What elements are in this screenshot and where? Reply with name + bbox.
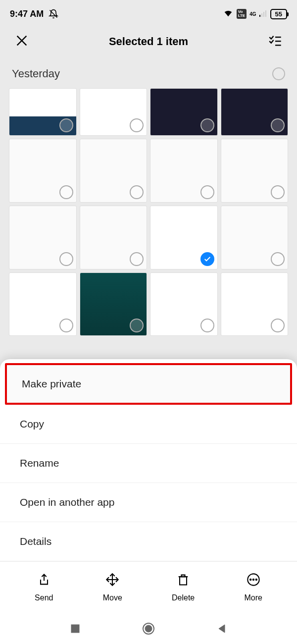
action-send[interactable]: Send [35,573,53,602]
selection-circle[interactable] [130,118,144,132]
select-all-icon[interactable] [268,34,282,50]
action-label: Move [103,593,122,602]
section-title: Yesterday [12,67,60,80]
svg-rect-15 [71,625,79,633]
menu-item-copy[interactable]: Copy [0,405,297,444]
action-label: Send [35,593,53,602]
more-icon [247,573,260,589]
selection-circle[interactable] [59,319,73,332]
move-icon [105,573,119,589]
close-icon[interactable] [15,34,29,50]
volte-icon: Vo LTE [237,9,247,19]
thumbnail[interactable] [150,206,218,269]
selection-circle[interactable] [200,319,214,332]
svg-point-17 [145,625,152,632]
thumbnail[interactable] [150,88,218,136]
thumbnail-grid [0,88,297,336]
thumbnail[interactable] [9,139,77,203]
selection-circle[interactable] [271,118,285,132]
selection-circle[interactable] [271,319,285,332]
section-header: Yesterday [0,61,297,88]
menu-item-make-private[interactable]: Make private [5,363,292,405]
thumbnail[interactable] [221,272,289,336]
system-nav-bar [0,613,297,644]
recent-apps-button[interactable] [70,624,80,636]
action-more[interactable]: More [244,573,262,602]
signal-icon [259,9,267,19]
section-select-circle[interactable] [272,67,285,80]
back-button[interactable] [217,624,227,636]
svg-rect-1 [259,15,260,17]
network-label: 4G [249,11,256,17]
action-label: More [244,593,262,602]
selection-circle[interactable] [271,252,285,266]
action-move[interactable]: Move [103,573,122,602]
svg-point-12 [250,579,251,580]
action-row: SendMoveDeleteMore [0,561,297,613]
selection-circle[interactable] [271,185,285,199]
selection-circle[interactable] [59,252,73,266]
menu-item-open-in-another-app[interactable]: Open in another app [0,483,297,522]
delete-icon [176,573,190,589]
action-label: Delete [172,593,195,602]
page-title: Selected 1 item [29,35,268,48]
dnd-icon [49,9,58,19]
selection-circle[interactable] [130,319,144,332]
selection-circle[interactable] [200,252,214,266]
home-button[interactable] [142,622,155,637]
thumbnail[interactable] [9,206,77,269]
send-icon [37,573,51,589]
thumbnail[interactable] [9,272,77,336]
thumbnail[interactable] [80,139,148,203]
thumbnail[interactable] [221,139,289,203]
svg-point-14 [255,579,256,580]
battery-indicator: 55 [270,9,287,19]
menu-item-rename[interactable]: Rename [0,444,297,483]
thumbnail[interactable] [80,88,148,136]
thumbnail[interactable] [9,88,77,136]
thumbnail[interactable] [221,88,289,136]
menu-item-details[interactable]: Details [0,522,297,561]
action-delete[interactable]: Delete [172,573,195,602]
selection-circle[interactable] [130,252,144,266]
svg-point-13 [252,579,253,580]
selection-circle[interactable] [200,185,214,199]
svg-rect-2 [261,13,262,17]
svg-rect-3 [263,12,264,17]
selection-circle[interactable] [59,118,73,132]
status-time: 9:47 AM [10,9,44,19]
app-bar: Selected 1 item [0,24,297,61]
bottom-sheet: Make privateCopyRenameOpen in another ap… [0,359,297,644]
thumbnail[interactable] [221,206,289,269]
thumbnail[interactable] [150,139,218,203]
thumbnail[interactable] [80,272,148,336]
svg-marker-18 [219,625,225,633]
thumbnail[interactable] [150,272,218,336]
wifi-icon [223,7,234,21]
selection-circle[interactable] [59,185,73,199]
selection-circle[interactable] [130,185,144,199]
svg-rect-4 [265,10,266,17]
svg-rect-10 [180,577,187,585]
selection-circle[interactable] [200,118,214,132]
status-bar: 9:47 AM Vo LTE 4G 55 [0,0,297,24]
thumbnail[interactable] [80,206,148,269]
